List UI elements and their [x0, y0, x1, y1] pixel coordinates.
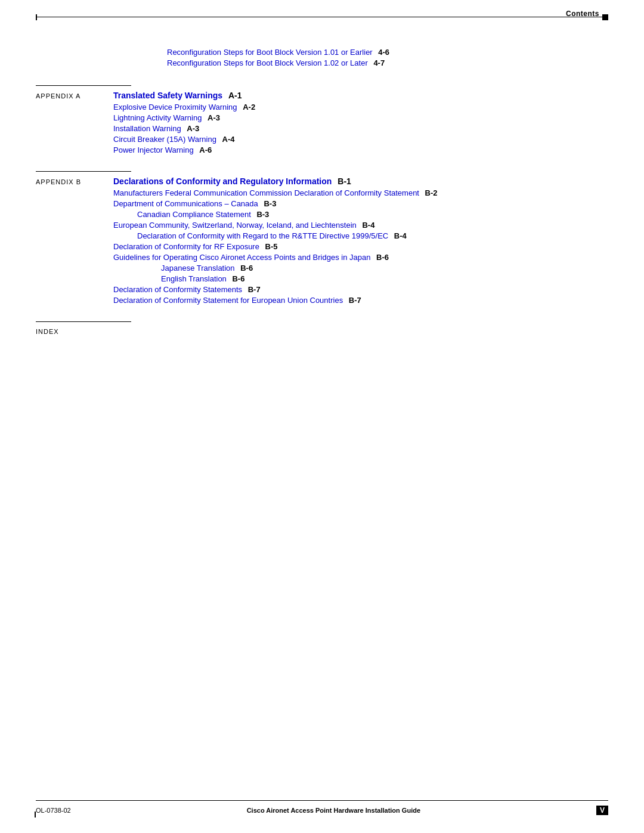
appendix-b-entry-7-page: B-6	[240, 264, 253, 272]
footer-doc-number: OL-0738-02	[36, 807, 71, 814]
appendix-a-entry-4: Power Injector Warning A-6	[113, 145, 608, 154]
appendix-b-section: Appendix B Declarations of Conformity an…	[36, 171, 608, 305]
appendix-b-title: Declarations of Conformity and Regulator…	[113, 176, 351, 186]
appendix-b-entry-4: Declaration of Conformity with Regard to…	[137, 231, 608, 240]
appendix-b-entry-10-page: B-7	[349, 296, 361, 305]
appendix-b-entry-5-link[interactable]: Declaration of Conformity for RF Exposur…	[113, 242, 259, 251]
appendix-b-entry-5: Declaration of Conformity for RF Exposur…	[113, 242, 608, 251]
top-link-2: Reconfiguration Steps for Boot Block Ver…	[167, 58, 608, 67]
appendix-b-entry-10: Declaration of Conformity Statement for …	[113, 296, 608, 305]
appendix-b-entry-4-page: B-4	[394, 231, 407, 240]
appendix-b-entry-4-link[interactable]: Declaration of Conformity with Regard to…	[137, 231, 388, 240]
appendix-b-entry-8: English Translation B-6	[161, 274, 608, 283]
appendix-a-entry-0: Explosive Device Proximity Warning A-2	[113, 103, 608, 112]
appendix-a-entry-3-page: A-4	[222, 135, 235, 144]
appendix-a-title-link[interactable]: Translated Safety Warnings	[113, 91, 222, 100]
appendix-a-entry-3-link[interactable]: Circuit Breaker (15A) Warning	[113, 135, 216, 144]
header-left-mark	[36, 14, 37, 20]
index-divider	[36, 321, 131, 322]
appendix-a-entry-1-link[interactable]: Lightning Activity Warning	[113, 113, 202, 122]
appendix-b-entry-1: Department of Communications – Canada B-…	[113, 199, 608, 208]
appendix-b-entry-2-page: B-3	[256, 210, 269, 219]
appendix-b-header: Appendix B Declarations of Conformity an…	[36, 176, 608, 186]
appendix-b-entry-9-page: B-7	[248, 285, 261, 294]
appendix-b-entry-9: Declaration of Conformity Statements B-7	[113, 285, 608, 294]
top-links-section: Reconfiguration Steps for Boot Block Ver…	[167, 48, 608, 67]
appendix-a-section: Appendix A Translated Safety Warnings A-…	[36, 85, 608, 154]
appendix-b-entry-6-link[interactable]: Guidelines for Operating Cisco Aironet A…	[113, 253, 370, 262]
footer-bar: OL-0738-02 Cisco Aironet Access Point Ha…	[36, 800, 608, 815]
appendix-a-divider	[36, 85, 131, 86]
appendix-b-entry-10-link[interactable]: Declaration of Conformity Statement for …	[113, 296, 343, 305]
appendix-a-entry-2: Installation Warning A-3	[113, 124, 608, 133]
appendix-a-entry-4-page: A-6	[199, 145, 212, 154]
footer-page-number: V	[596, 806, 608, 815]
appendix-b-entry-8-page: B-6	[232, 274, 244, 283]
footer-top-line	[36, 800, 608, 801]
appendix-b-entry-6: Guidelines for Operating Cisco Aironet A…	[113, 253, 608, 262]
appendix-a-entry-0-page: A-2	[243, 103, 255, 112]
appendix-b-entry-5-page: B-5	[265, 242, 278, 251]
appendix-b-label: Appendix B	[36, 178, 113, 185]
appendix-a-entry-0-link[interactable]: Explosive Device Proximity Warning	[113, 103, 237, 112]
appendix-a-title: Translated Safety Warnings A-1	[113, 91, 242, 100]
appendix-b-entry-0-page: B-2	[425, 188, 438, 197]
appendix-b-entry-3-link[interactable]: European Community, Switzerland, Norway,…	[113, 221, 357, 230]
appendix-a-entry-3: Circuit Breaker (15A) Warning A-4	[113, 135, 608, 144]
appendix-a-header: Appendix A Translated Safety Warnings A-…	[36, 91, 608, 100]
appendix-a-entries: Explosive Device Proximity Warning A-2 L…	[113, 103, 608, 154]
footer-content: OL-0738-02 Cisco Aironet Access Point Ha…	[36, 806, 608, 815]
appendix-b-entry-0: Manufacturers Federal Communication Comm…	[113, 188, 608, 197]
appendix-b-entry-3: European Community, Switzerland, Norway,…	[113, 221, 608, 230]
appendix-b-page: B-1	[338, 176, 351, 186]
appendix-a-page: A-1	[228, 91, 242, 100]
main-content: Reconfiguration Steps for Boot Block Ver…	[36, 48, 608, 336]
footer-right-block: V	[596, 806, 608, 815]
appendix-b-entry-9-link[interactable]: Declaration of Conformity Statements	[113, 285, 242, 294]
top-link-1-page: 4-6	[378, 48, 389, 57]
appendix-a-label: Appendix A	[36, 92, 113, 100]
appendix-b-entry-2-link[interactable]: Canadian Compliance Statement	[137, 210, 251, 219]
appendix-a-entry-2-link[interactable]: Installation Warning	[113, 124, 181, 133]
index-label: Index	[36, 328, 59, 335]
appendix-b-entry-1-link[interactable]: Department of Communications – Canada	[113, 199, 258, 208]
appendix-b-entry-6-page: B-6	[376, 253, 389, 262]
top-link-2-anchor[interactable]: Reconfiguration Steps for Boot Block Ver…	[167, 58, 368, 67]
top-link-2-page: 4-7	[373, 58, 385, 67]
appendix-b-entry-1-page: B-3	[264, 199, 276, 208]
appendix-a-entry-4-link[interactable]: Power Injector Warning	[113, 145, 194, 154]
index-section: Index	[36, 321, 608, 336]
top-link-1-anchor[interactable]: Reconfiguration Steps for Boot Block Ver…	[167, 48, 373, 57]
footer-title: Cisco Aironet Access Point Hardware Inst…	[247, 807, 420, 814]
appendix-b-entry-8-link[interactable]: English Translation	[161, 274, 227, 283]
appendix-b-entry-7-link[interactable]: Japanese Translation	[161, 264, 235, 272]
header-contents-label: Contents	[566, 10, 599, 18]
appendix-b-divider	[36, 171, 131, 172]
appendix-a-entry-2-page: A-3	[187, 124, 199, 133]
appendix-b-entry-0-link[interactable]: Manufacturers Federal Communication Comm…	[113, 188, 419, 197]
appendix-b-title-link[interactable]: Declarations of Conformity and Regulator…	[113, 176, 332, 186]
appendix-b-entry-7: Japanese Translation B-6	[161, 264, 608, 272]
page-container: Contents Reconfiguration Steps for Boot …	[0, 0, 644, 833]
appendix-a-entry-1-page: A-3	[208, 113, 220, 122]
appendix-b-entry-3-page: B-4	[362, 221, 374, 230]
header-top-line	[36, 17, 608, 17]
appendix-b-entry-2: Canadian Compliance Statement B-3	[137, 210, 608, 219]
top-link-1: Reconfiguration Steps for Boot Block Ver…	[167, 48, 608, 57]
appendix-a-entry-1: Lightning Activity Warning A-3	[113, 113, 608, 122]
header-right-mark	[602, 14, 608, 20]
appendix-b-entries: Manufacturers Federal Communication Comm…	[113, 188, 608, 305]
